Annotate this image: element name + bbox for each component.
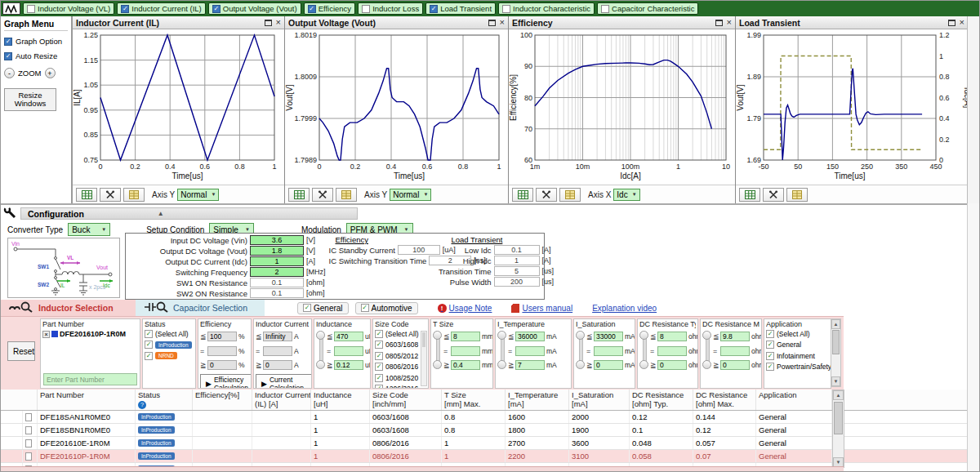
filter-scrollbar[interactable]: ▲ ▼ [831,318,841,387]
close-icon[interactable]: × [276,19,281,26]
row-selector-cell[interactable] [1,450,23,462]
filter-option-0806-2016[interactable]: 0806/2016 [375,362,426,373]
filter-t-size-ge-input[interactable] [451,360,480,370]
toolbar-toggle-inductor-loss[interactable]: Inductor Loss [358,2,423,15]
high-idc-input[interactable] [494,256,540,265]
table-data-button[interactable] [288,188,310,202]
filter-dc-resistance-typ-le-input[interactable] [657,332,687,341]
axis-select[interactable]: Normal [177,189,219,201]
resize-windows-button[interactable]: Resize Windows [4,88,56,111]
filter-inductor-current-eq-input[interactable] [263,346,292,356]
checkbox-icon[interactable] [375,330,383,338]
filter-efficiency-ge-input[interactable] [207,360,237,370]
slider-handle-max[interactable] [702,331,711,340]
slider-handle-min[interactable] [702,360,711,369]
table-row[interactable]: DFE201610P-1R0MInProduction10806/2016122… [1,450,969,463]
table-data-button[interactable] [512,188,533,202]
toolbar-toggle-inductor-characteristic[interactable]: Inductor Characteristic [498,2,595,15]
maximize-icon[interactable] [715,20,723,26]
filter-i-temperature-eq-input[interactable] [515,346,545,356]
tab-inductor-selection[interactable]: Inductor Selection [1,300,136,316]
selection-checkbox-automotive[interactable]: Automotive [355,302,418,314]
checkbox-icon[interactable] [303,304,311,312]
sw1-on-resistance-input[interactable] [250,278,304,287]
row-selector-cell[interactable] [1,424,23,436]
filter-inductance-ge-input[interactable] [334,360,363,370]
reset-button[interactable]: Reset [7,341,35,361]
slider-handle-max[interactable] [576,331,585,340]
checkbox-icon[interactable] [766,363,774,371]
table-scrollbar[interactable]: ▲ ▼ [832,390,844,468]
input-dc-voltage-vin-input[interactable] [250,235,304,245]
toolbar-toggle-efficiency[interactable]: Efficiency [304,2,355,15]
scroll-up-icon[interactable]: ▲ [831,319,840,329]
sw2-on-resistance-input[interactable] [250,288,304,298]
link-users-manual[interactable]: Users manual [511,304,572,313]
export-csv-button[interactable] [786,188,808,202]
filter-option-0603-1608[interactable]: 0603/1608 [375,340,426,351]
filter-inductor-current-ge-input[interactable] [263,360,292,370]
checkbox-icon[interactable] [766,341,774,349]
slider-handle-min[interactable] [576,360,585,369]
list-scrollbar[interactable] [421,331,427,386]
filter-i-saturation-le-input[interactable] [594,332,623,341]
checkbox-icon[interactable] [212,5,220,13]
part-number-search-input[interactable] [43,373,137,385]
collapse-icon[interactable]: ▲ [158,210,164,217]
range-slider[interactable] [702,328,712,373]
checkbox-icon[interactable] [375,352,383,360]
range-slider[interactable] [497,328,507,373]
scroll-down-icon[interactable]: ▼ [831,376,840,386]
tools-button[interactable] [536,188,557,202]
toolbar-toggle-inductor-current-il[interactable]: Inductor Current (IL) [117,2,206,15]
checkbox-icon[interactable] [375,341,383,349]
export-csv-button[interactable] [559,188,581,202]
current-calculation-button[interactable]: Current Calculation [256,374,312,390]
filter-inductor-current-le-input[interactable] [263,332,292,341]
filter-dc-resistance-max-le-input[interactable] [720,332,750,341]
filter-option-select-all[interactable]: (Select All) [145,328,194,340]
tab-capacitor-selection[interactable]: Capacitor Selection [136,300,265,316]
slider-handle-max[interactable] [433,331,442,340]
axis-select[interactable]: Idc [613,189,639,201]
configuration-header[interactable]: Configuration ▲ [20,207,358,220]
tools-button[interactable] [100,188,121,202]
checkbox-icon[interactable] [362,5,370,13]
filter-efficiency-le-input[interactable] [207,332,237,341]
checkbox-icon[interactable] [121,5,129,13]
filter-i-saturation-ge-input[interactable] [594,360,623,370]
axis-select[interactable]: Normal [390,189,431,201]
row-selector-cell[interactable] [1,411,23,423]
pulse-width-input[interactable] [494,277,540,287]
toolbar-toggle-load-transient[interactable]: Load Transient [425,2,496,15]
checkbox-icon[interactable] [145,341,153,349]
slider-handle-max[interactable] [316,331,325,340]
toolbar-toggle-inductor-voltage-vl[interactable]: Inductor Voltage (VL) [23,2,114,15]
row-selector-cell[interactable] [1,437,23,449]
tools-button[interactable] [312,188,333,202]
export-csv-button[interactable] [123,188,145,202]
converter-type-select[interactable]: Buck [68,223,110,236]
filter-option-powertrain-safety[interactable]: Powertrain/Safety [766,362,829,373]
low-idc-input[interactable] [494,245,540,255]
range-slider[interactable] [639,328,649,373]
page-scrollbar[interactable] [967,203,979,472]
checkbox-icon[interactable] [145,330,153,338]
filter-i-temperature-ge-input[interactable] [515,360,545,370]
help-icon[interactable]: ? [138,401,146,409]
tools-button[interactable] [763,188,784,202]
filter-option-general[interactable]: General [766,340,829,351]
scroll-up-icon[interactable]: ▲ [833,390,844,400]
zoom-in-button[interactable]: + [45,68,56,78]
maximize-icon[interactable] [488,20,496,26]
checkbox-icon[interactable] [4,38,12,46]
link-explanation-video[interactable]: Explanation video [592,304,657,313]
toolbar-toggle-capacitor-characteristic[interactable]: Capacitor Characteristic [597,2,698,15]
maximize-icon[interactable] [265,20,272,26]
efficiency-calculation-button[interactable]: Efficiency Calculation [200,374,252,390]
filter-option-inproduction[interactable]: InProduction [145,340,194,351]
close-icon[interactable]: × [960,19,964,26]
checkbox-icon[interactable] [145,352,153,360]
filter-t-size-eq-input[interactable] [451,346,480,356]
filter-option-nrnd[interactable]: NRND [145,350,194,362]
